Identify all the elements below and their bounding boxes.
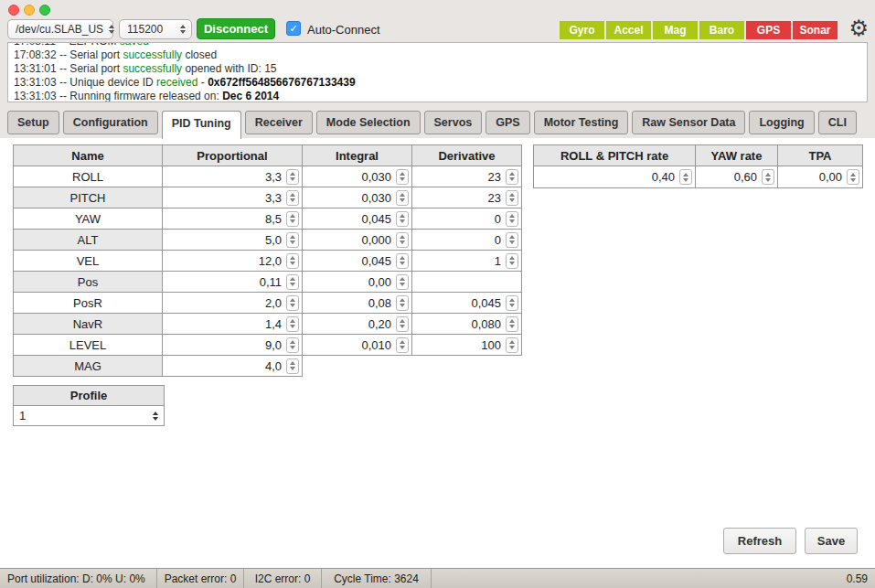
- roll-pitch-rate-input[interactable]: 0,40: [534, 166, 695, 187]
- posr-p-input[interactable]: 2,0: [163, 293, 302, 313]
- auto-connect-label: Auto-Connect: [307, 23, 380, 37]
- disconnect-button[interactable]: Disconnect: [197, 18, 275, 39]
- stepper-icon[interactable]: [286, 190, 299, 206]
- yaw-rate-input[interactable]: 0,60: [696, 166, 777, 187]
- stepper-icon[interactable]: [506, 232, 518, 248]
- yaw-p-input[interactable]: 8,5: [163, 208, 302, 229]
- stepper-icon[interactable]: [396, 274, 409, 290]
- stepper-icon[interactable]: [679, 169, 692, 185]
- tab-bar: Setup Configuration PID Tuning Receiver …: [7, 111, 857, 139]
- zoom-window-button[interactable]: [39, 5, 50, 16]
- profile-box: Profile 1: [13, 385, 165, 426]
- baud-rate-select[interactable]: 115200: [119, 19, 192, 39]
- packet-error-status: Packet error: 0: [157, 569, 244, 588]
- pitch-p-input[interactable]: 3,3: [163, 187, 302, 208]
- pid-row-name: YAW: [14, 208, 163, 230]
- stepper-icon[interactable]: [506, 337, 518, 353]
- tab-servos[interactable]: Servos: [424, 111, 483, 134]
- stepper-icon[interactable]: [396, 253, 409, 269]
- stepper-icon[interactable]: [506, 169, 518, 185]
- tab-gps[interactable]: GPS: [486, 111, 529, 134]
- stepper-icon[interactable]: [396, 316, 409, 332]
- minimize-window-button[interactable]: [24, 5, 35, 16]
- stepper-icon[interactable]: [286, 316, 299, 332]
- tab-cli[interactable]: CLI: [818, 111, 857, 134]
- alt-d-input[interactable]: 0: [412, 230, 521, 250]
- pid-row-name: Pos: [14, 272, 163, 293]
- level-d-input[interactable]: 100: [412, 335, 521, 355]
- stepper-icon[interactable]: [506, 190, 518, 206]
- sensor-indicator-sonar: Sonar: [793, 21, 838, 39]
- pos-p-input[interactable]: 0,11: [163, 272, 302, 292]
- stepper-icon[interactable]: [396, 337, 409, 353]
- pid-row-name: ALT: [14, 230, 163, 251]
- pid-row-navr: NavR 1,4 0,20 0,080: [14, 314, 522, 335]
- stepper-icon[interactable]: [286, 169, 299, 185]
- tab-receiver[interactable]: Receiver: [245, 111, 313, 134]
- posr-i-input[interactable]: 0,08: [303, 293, 411, 313]
- vel-i-input[interactable]: 0,045: [303, 251, 411, 271]
- posr-d-input[interactable]: 0,045: [412, 293, 521, 313]
- alt-i-input[interactable]: 0,000: [303, 230, 411, 250]
- tab-mode-selection[interactable]: Mode Selection: [316, 111, 421, 134]
- status-bar: Port utilization: D: 0% U: 0% Packet err…: [0, 568, 875, 588]
- stepper-icon[interactable]: [396, 169, 409, 185]
- pitch-d-input[interactable]: 23: [412, 187, 521, 208]
- stepper-icon[interactable]: [506, 295, 518, 311]
- tab-motor-testing[interactable]: Motor Testing: [534, 111, 629, 134]
- pid-row-pos: Pos 0,11 0,00: [14, 272, 522, 293]
- roll-d-input[interactable]: 23: [412, 166, 521, 187]
- pos-i-input[interactable]: 0,00: [303, 272, 411, 292]
- stepper-icon[interactable]: [506, 316, 518, 332]
- settings-gear-icon[interactable]: ⚙: [848, 15, 869, 42]
- auto-connect-checkbox[interactable]: ✓: [286, 21, 301, 36]
- stepper-icon[interactable]: [506, 253, 518, 269]
- stepper-icon[interactable]: [506, 211, 518, 227]
- mag-d-absent-cell: [412, 356, 522, 377]
- stepper-icon[interactable]: [286, 337, 299, 353]
- level-i-input[interactable]: 0,010: [303, 335, 411, 355]
- roll-i-input[interactable]: 0,030: [303, 166, 411, 187]
- alt-p-input[interactable]: 5,0: [163, 230, 302, 250]
- column-header-roll-pitch-rate: ROLL & PITCH rate: [534, 145, 696, 166]
- stepper-icon[interactable]: [396, 211, 409, 227]
- stepper-icon[interactable]: [396, 190, 409, 206]
- stepper-icon[interactable]: [847, 169, 859, 185]
- stepper-icon[interactable]: [286, 358, 299, 374]
- level-p-input[interactable]: 9,0: [163, 335, 302, 355]
- stepper-icon[interactable]: [286, 232, 299, 248]
- profile-select[interactable]: 1: [14, 406, 164, 425]
- vel-p-input[interactable]: 12,0: [163, 251, 302, 271]
- tab-pid-tuning[interactable]: PID Tuning: [162, 111, 241, 139]
- tab-logging[interactable]: Logging: [749, 111, 814, 134]
- vel-d-input[interactable]: 1: [412, 251, 521, 271]
- tpa-input[interactable]: 0,00: [778, 166, 862, 187]
- refresh-button[interactable]: Refresh: [723, 528, 796, 554]
- stepper-icon[interactable]: [286, 274, 299, 290]
- pitch-i-input[interactable]: 0,030: [303, 187, 411, 208]
- save-button[interactable]: Save: [805, 528, 858, 554]
- yaw-i-input[interactable]: 0,045: [303, 208, 411, 229]
- tab-setup[interactable]: Setup: [7, 111, 59, 134]
- serial-port-select[interactable]: /dev/cu.SLAB_US: [7, 19, 113, 39]
- stepper-icon[interactable]: [396, 232, 409, 248]
- version-label: 0.59: [432, 569, 875, 588]
- stepper-icon[interactable]: [762, 169, 774, 185]
- stepper-icon[interactable]: [396, 295, 409, 311]
- roll-p-input[interactable]: 3,3: [163, 166, 302, 187]
- navr-d-input[interactable]: 0,080: [412, 314, 521, 334]
- log-panel[interactable]: 17:08:11 -- EEPROM saved 17:08:32 -- Ser…: [7, 42, 868, 102]
- stepper-icon[interactable]: [286, 211, 299, 227]
- log-line: 13:31:03 -- Unique device ID received - …: [14, 76, 861, 90]
- i2c-error-status: I2C error: 0: [244, 569, 322, 588]
- tab-raw-sensor-data[interactable]: Raw Sensor Data: [632, 111, 745, 134]
- stepper-icon[interactable]: [286, 253, 299, 269]
- mag-p-input[interactable]: 4,0: [163, 356, 302, 376]
- pid-row-name: LEVEL: [14, 335, 163, 356]
- navr-p-input[interactable]: 1,4: [163, 314, 302, 334]
- close-window-button[interactable]: [8, 5, 19, 16]
- stepper-icon[interactable]: [286, 295, 299, 311]
- tab-configuration[interactable]: Configuration: [63, 111, 158, 134]
- yaw-d-input[interactable]: 0: [412, 208, 521, 229]
- navr-i-input[interactable]: 0,20: [303, 314, 411, 334]
